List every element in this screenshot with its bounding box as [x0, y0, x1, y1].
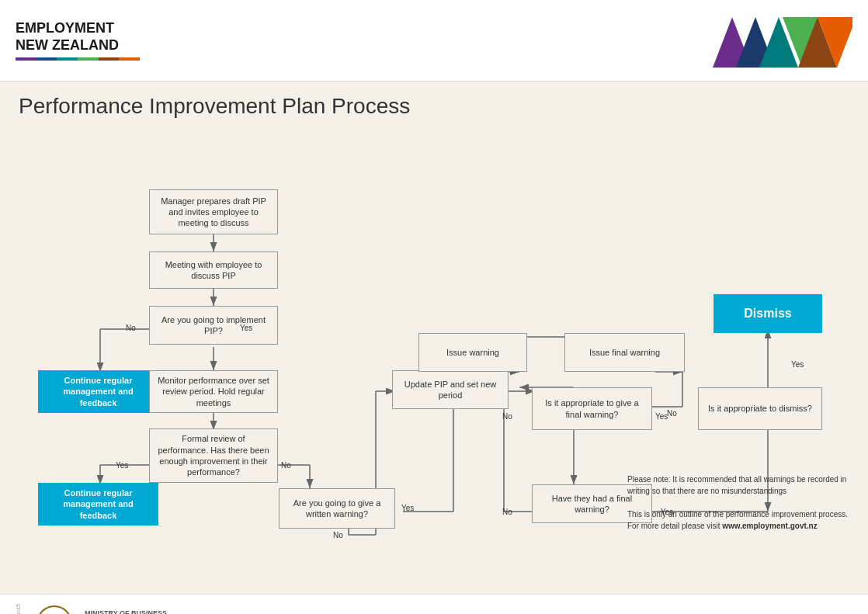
label-no-implement: No [126, 324, 136, 332]
note2: This is only an outline of the performan… [627, 508, 860, 532]
page-title: Performance Improvement Plan Process [19, 94, 849, 119]
header: EMPLOYMENT NEW ZEALAND [0, 0, 868, 82]
main-content: Manager prepares draft PIP and invites e… [0, 125, 868, 594]
formal-review-box: Formal review of performance. Has there … [149, 428, 278, 483]
label-yes-formal: Yes [116, 461, 128, 470]
footer-doc-id: ME1275_Jun15 [16, 604, 21, 614]
written-warning-box: Are you going to give a written warning? [279, 488, 395, 529]
logo-text: EMPLOYMENT NEW ZEALAND [16, 20, 140, 54]
website-link: www.employment.govt.nz [722, 522, 817, 530]
continue-mgmt-top-box: Continue regular management and feedback [38, 370, 158, 413]
label-yes-dismiss: Yes [791, 360, 804, 369]
label-yes-written: Yes [401, 504, 414, 512]
issue-final-warning-box: Issue final warning [564, 333, 685, 372]
page-title-section: Performance Improvement Plan Process [0, 82, 868, 125]
issue-warning-box: Issue warning [418, 333, 527, 372]
notes-section: Please note: It is recommended that all … [627, 474, 860, 532]
label-no-formal: No [281, 461, 291, 470]
label-yes-implement: Yes [240, 324, 252, 332]
logo-bar [16, 57, 140, 61]
footer: ME1275_Jun15 NZ MINISTRY OF BUSINESS, IN… [0, 594, 868, 614]
continue-mgmt-bottom-box: Continue regular management and feedback [38, 483, 158, 526]
logo-triangles [697, 9, 852, 71]
implement-pip-box: Are you going to implement PIP? [149, 306, 278, 345]
footer-ministry-text: MINISTRY OF BUSINESS, INNOVATION & EMPLO… [85, 609, 186, 614]
final-warning-appropriate-box: Is it appropriate to give a final warnin… [532, 387, 652, 430]
label-yes-final-appropriate: Yes [655, 412, 668, 421]
dismiss-box: Dismiss [713, 294, 822, 333]
monitor-box: Monitor performance over set review peri… [149, 370, 278, 413]
label-no-had-final: No [502, 508, 512, 516]
ministry-logo: NZ [35, 604, 74, 614]
manager-prep-box: Manager prepares draft PIP and invites e… [149, 189, 278, 234]
update-pip-box: Update PIP and set new period [392, 370, 509, 409]
dismiss-appropriate-box: Is it appropriate to dismiss? [698, 387, 822, 430]
logo-section: EMPLOYMENT NEW ZEALAND [16, 20, 140, 60]
label-no-final-appropriate: No [502, 412, 512, 421]
meeting-box: Meeting with employee to discuss PIP [149, 251, 278, 289]
note1: Please note: It is recommended that all … [627, 474, 860, 497]
label-no-dismiss: No [667, 409, 677, 418]
svg-point-45 [37, 606, 71, 614]
label-no-written: No [333, 531, 343, 539]
